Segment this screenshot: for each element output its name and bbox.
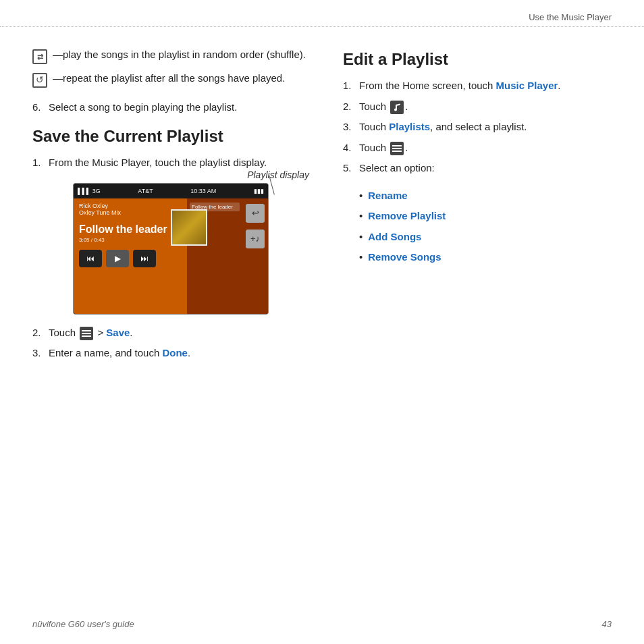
song-info-line2: Oxley Tune Mix <box>79 209 182 216</box>
shuffle-text: —play the songs in the playlist in rando… <box>53 47 306 63</box>
play-button[interactable]: ▶ <box>106 250 129 267</box>
time-text: 10:33 AM <box>190 188 216 194</box>
edit-steps: 1. From the Home screen, touch Music Pla… <box>343 78 599 176</box>
list-item: 1. From the Home screen, touch Music Pla… <box>343 78 599 94</box>
bullet-icon: ⇄ <box>32 49 47 64</box>
song-info: Rick Oxley Oxley Tune Mix <box>79 203 182 216</box>
prev-button[interactable]: ⏮ <box>79 250 102 267</box>
song-info-line1: Rick Oxley <box>79 203 182 209</box>
step-text: Enter a name, and touch Done. <box>49 346 190 361</box>
svg-rect-5 <box>392 151 402 152</box>
music-note-icon <box>390 101 404 114</box>
music-player-link: Music Player <box>496 80 558 91</box>
step-text: Touch . <box>359 99 408 115</box>
repeat-icon: ↺ <box>32 73 47 88</box>
list-item: 1. From the Music Player, touch the play… <box>32 155 316 171</box>
list-item: ⇄ —play the songs in the playlist in ran… <box>32 47 316 64</box>
step-num: 1. <box>343 78 359 94</box>
step-num: 3. <box>32 346 49 361</box>
step-num: 5. <box>343 161 359 176</box>
battery-icon: ▮▮▮ <box>254 188 264 194</box>
step-text: Touch . <box>359 140 408 156</box>
svg-rect-2 <box>82 336 91 337</box>
playlists-link: Playlists <box>389 121 430 132</box>
shuffle-icon: ⇄ <box>32 49 47 64</box>
save-steps: 1. From the Music Player, touch the play… <box>32 155 316 171</box>
playlist-display-label: Playlist display <box>247 169 309 180</box>
phone-main: Rick Oxley Oxley Tune Mix Follow the lea… <box>74 198 187 314</box>
back-button[interactable]: ↩ <box>246 204 265 223</box>
step-num: 3. <box>343 119 359 135</box>
svg-rect-0 <box>82 330 91 331</box>
list-item: 2. Touch > Save. <box>32 325 316 341</box>
svg-rect-1 <box>82 333 91 334</box>
list-item: ↺ —repeat the playlist after all the son… <box>32 71 316 88</box>
remove-songs-option: Remove Songs <box>368 250 441 265</box>
footer-left: nüvifone G60 user's guide <box>32 619 134 629</box>
step-text: From the Music Player, touch the playlis… <box>49 155 267 171</box>
step-text: Touch Playlists, and select a playlist. <box>359 119 527 135</box>
options-list: Rename Remove Playlist Add Songs Remove … <box>359 188 599 265</box>
list-item: Add Songs <box>359 230 599 245</box>
list-item: 5. Select an option: <box>343 161 599 176</box>
left-column: ⇄ —play the songs in the playlist in ran… <box>32 47 316 373</box>
bullet-icon: ↺ <box>32 72 47 88</box>
list-item: Rename <box>359 188 599 204</box>
svg-rect-3 <box>392 145 402 146</box>
song-title: Follow the leader <box>79 223 182 236</box>
svg-rect-4 <box>392 148 402 149</box>
step-text: Touch > Save. <box>49 325 133 341</box>
page-header: Use the Music Player <box>0 0 644 27</box>
rename-option: Rename <box>368 188 407 204</box>
step-text: From the Home screen, touch Music Player… <box>359 78 560 94</box>
phone-sidebar: ↩ +♪ <box>242 198 268 314</box>
page-footer: nüvifone G60 user's guide 43 <box>0 619 644 629</box>
header-title: Use the Music Player <box>529 12 612 22</box>
list-item: Remove Songs <box>359 250 599 265</box>
save-link: Save <box>106 327 130 338</box>
menu-icon <box>390 142 404 155</box>
phone-body: Rick Oxley Oxley Tune Mix Follow the lea… <box>74 198 268 314</box>
content-area: ⇄ —play the songs in the playlist in ran… <box>0 27 644 373</box>
add-button[interactable]: +♪ <box>246 230 265 248</box>
carrier-text: AT&T <box>138 188 153 194</box>
step-text: Select an option: <box>359 161 435 176</box>
repeat-text: —repeat the playlist after all the songs… <box>53 71 285 86</box>
step6-list: 6. Select a song to begin playing the pl… <box>32 100 316 115</box>
step-num: 6. <box>32 100 49 115</box>
list-item: 4. Touch . <box>343 140 599 156</box>
next-button[interactable]: ⏭ <box>133 250 156 267</box>
song-time: 3:05 / 0:43 <box>79 237 182 243</box>
right-column: Edit a Playlist 1. From the Home screen,… <box>343 47 599 373</box>
step-num: 1. <box>32 155 49 171</box>
step-text: Select a song to begin playing the playl… <box>49 100 237 115</box>
list-item: 3. Touch Playlists, and select a playlis… <box>343 119 599 135</box>
list-item: 2. Touch . <box>343 99 599 115</box>
save-heading: Save the Current Playlist <box>32 127 316 146</box>
album-thumbnail <box>171 209 207 246</box>
phone-screenshot: ▌▌▌ 3G AT&T 10:33 AM ▮▮▮ Rick Oxley Oxle… <box>73 183 269 315</box>
list-item: Remove Playlist <box>359 209 599 224</box>
list-item: 6. Select a song to begin playing the pl… <box>32 100 316 115</box>
phone-status-bar: ▌▌▌ 3G AT&T 10:33 AM ▮▮▮ <box>74 184 268 198</box>
remove-playlist-option: Remove Playlist <box>368 209 446 224</box>
playlist-display-wrapper: Playlist display ▌▌▌ 3G AT&T 10:33 AM ▮▮… <box>73 183 316 315</box>
phone-controls: ⏮ ▶ ⏭ <box>79 250 182 267</box>
step-num: 2. <box>343 99 359 115</box>
bullet-list: ⇄ —play the songs in the playlist in ran… <box>32 47 316 88</box>
save-step2-list: 2. Touch > Save. <box>32 325 316 361</box>
edit-heading: Edit a Playlist <box>343 50 599 69</box>
save-section: Save the Current Playlist 1. From the Mu… <box>32 127 316 361</box>
signal-text: ▌▌▌ 3G <box>78 188 101 194</box>
add-songs-option: Add Songs <box>368 230 421 245</box>
menu-icon <box>80 327 93 340</box>
footer-right: 43 <box>602 619 612 629</box>
step-num: 4. <box>343 140 359 156</box>
step-num: 2. <box>32 325 49 341</box>
list-item: 3. Enter a name, and touch Done. <box>32 346 316 361</box>
done-link: Done <box>162 347 188 358</box>
